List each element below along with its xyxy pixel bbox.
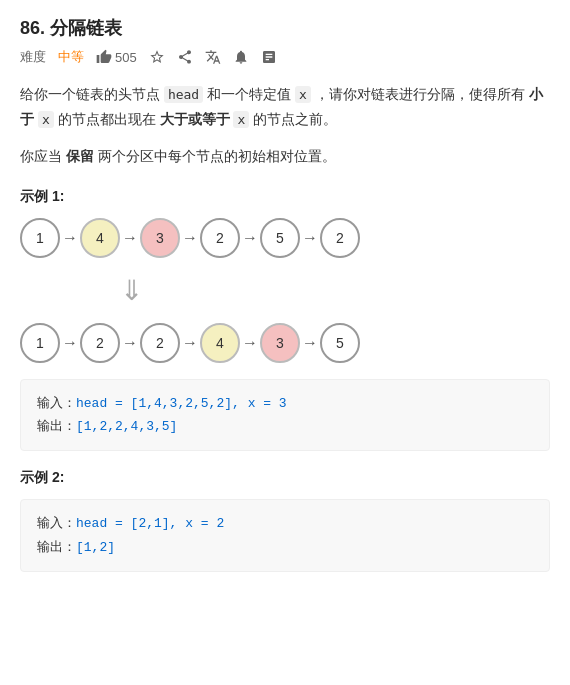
description-2: 你应当 保留 两个分区中每个节点的初始相对位置。 (20, 144, 550, 169)
code-x: x (295, 86, 311, 103)
code-x3: x (233, 111, 249, 128)
node-2b-after: 2 (140, 323, 180, 363)
arrow-a2: → (120, 334, 140, 352)
code-head: head (164, 86, 203, 103)
share-icon (177, 49, 193, 65)
output-label-1: 输出： (37, 419, 76, 434)
node-3-before: 3 (140, 218, 180, 258)
arrow-a4: → (240, 334, 260, 352)
arrow-a5: → (300, 334, 320, 352)
node-2a-after: 2 (80, 323, 120, 363)
star-icon (149, 49, 165, 65)
node-4-after: 4 (200, 323, 240, 363)
node-5-before: 5 (260, 218, 300, 258)
translate-icon (205, 49, 221, 65)
down-arrow-icon: ⇓ (120, 274, 143, 307)
translate-button[interactable] (205, 49, 221, 65)
output-label-2: 输出： (37, 540, 76, 555)
example2-title: 示例 2: (20, 469, 550, 487)
arrow-5: → (300, 229, 320, 247)
problem-title: 86. 分隔链表 (20, 16, 122, 40)
example2-output: 输出：[1,2] (37, 536, 533, 559)
example1-title: 示例 1: (20, 188, 550, 206)
thumbs-up-icon (96, 49, 112, 65)
like-button[interactable]: 505 (96, 49, 137, 65)
example1-output: 输出：[1,2,2,4,3,5] (37, 415, 533, 438)
code-x2: x (38, 111, 54, 128)
bell-button[interactable] (233, 49, 249, 65)
difficulty-label: 难度 (20, 48, 46, 66)
arrow-a1: → (60, 334, 80, 352)
arrow-3: → (180, 229, 200, 247)
difficulty-badge[interactable]: 中等 (58, 48, 84, 66)
more-button[interactable] (261, 49, 277, 65)
example2-input: 输入：head = [2,1], x = 2 (37, 512, 533, 535)
problem-name: 分隔链表 (50, 18, 122, 38)
input-label-2: 输入： (37, 516, 76, 531)
node-1-after: 1 (20, 323, 60, 363)
title-row: 86. 分隔链表 (20, 16, 550, 40)
arrow-a3: → (180, 334, 200, 352)
output-value-2: [1,2] (76, 540, 115, 555)
example2-code: 输入：head = [2,1], x = 2 输出：[1,2] (20, 499, 550, 572)
list-after: 1 → 2 → 2 → 4 → 3 → 5 (20, 323, 360, 363)
input-label-1: 输入： (37, 396, 76, 411)
more-icon (261, 49, 277, 65)
share-button[interactable] (177, 49, 193, 65)
node-1-before: 1 (20, 218, 60, 258)
arrow-4: → (240, 229, 260, 247)
node-3-after: 3 (260, 323, 300, 363)
node-4-before: 4 (80, 218, 120, 258)
node-2b-before: 2 (320, 218, 360, 258)
diagram-container: 1 → 4 → 3 → 2 → 5 → 2 ⇓ 1 → 2 → 2 → 4 → … (20, 218, 550, 363)
like-count: 505 (115, 50, 137, 65)
example1-input: 输入：head = [1,4,3,2,5,2], x = 3 (37, 392, 533, 415)
input-value-1: head = [1,4,3,2,5,2], x = 3 (76, 396, 287, 411)
description-1: 给你一个链表的头节点 head 和一个特定值 x ，请你对链表进行分隔，使得所有… (20, 82, 550, 132)
meta-row: 难度 中等 505 (20, 48, 550, 66)
input-value-2: head = [2,1], x = 2 (76, 516, 224, 531)
node-2a-before: 2 (200, 218, 240, 258)
arrow-1: → (60, 229, 80, 247)
list-before: 1 → 4 → 3 → 2 → 5 → 2 (20, 218, 360, 258)
down-arrow-container: ⇓ (20, 274, 143, 307)
output-value-1: [1,2,2,4,3,5] (76, 419, 177, 434)
star-button[interactable] (149, 49, 165, 65)
bell-icon (233, 49, 249, 65)
arrow-2: → (120, 229, 140, 247)
example1-code: 输入：head = [1,4,3,2,5,2], x = 3 输出：[1,2,2… (20, 379, 550, 452)
node-5-after: 5 (320, 323, 360, 363)
problem-number: 86. (20, 18, 45, 38)
